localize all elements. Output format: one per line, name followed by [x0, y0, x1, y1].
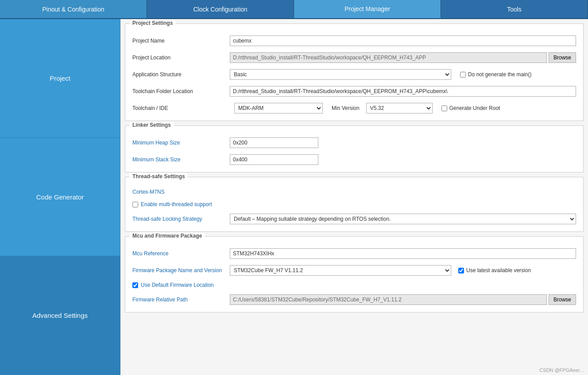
mcu-reference-input[interactable]: [230, 248, 576, 259]
firmware-path-row: Firmware Relative Path Browse: [132, 294, 576, 305]
firmware-path-label: Firmware Relative Path: [132, 297, 230, 303]
app-structure-select[interactable]: Basic: [230, 69, 451, 80]
enable-multithreaded-checkbox[interactable]: [132, 202, 138, 207]
mcu-reference-label: Mcu Reference: [132, 250, 230, 257]
do-not-generate-group: Do not generate the main(): [460, 71, 531, 78]
project-location-row: Project Location Browse: [132, 52, 576, 63]
main-layout: Project Code Generator Advanced Settings…: [0, 19, 588, 375]
use-latest-label: Use latest available version: [466, 267, 531, 273]
min-stack-row: Minimum Stack Size: [132, 154, 576, 165]
thread-safe-section: Thread-safe Settings Cortex-M7NS Enable …: [125, 177, 584, 232]
linker-settings-title: Linker Settings: [130, 122, 174, 128]
min-heap-row: Minimum Heap Size: [132, 137, 576, 148]
generate-under-root-checkbox[interactable]: [441, 105, 447, 111]
mcu-firmware-title: Mcu and Firmware Package: [130, 233, 205, 239]
locking-strategy-label: Thread-safe Locking Strategy: [132, 216, 230, 222]
toolchain-folder-row: Toolchain Folder Location: [132, 86, 576, 97]
toolchain-folder-input[interactable]: [230, 86, 576, 97]
mcu-firmware-section: Mcu and Firmware Package Mcu Reference F…: [125, 236, 584, 312]
project-settings-title: Project Settings: [130, 20, 175, 26]
firmware-path-browse-button[interactable]: Browse: [549, 294, 576, 305]
thread-safe-title: Thread-safe Settings: [130, 173, 188, 180]
firmware-package-row: Firmware Package Name and Version STM32C…: [132, 265, 576, 276]
project-name-label: Project Name: [132, 38, 230, 44]
sidebar-item-project[interactable]: Project: [0, 19, 120, 138]
do-not-generate-label: Do not generate the main(): [468, 71, 531, 78]
project-location-label: Project Location: [132, 55, 230, 61]
tab-tools[interactable]: Tools: [441, 0, 588, 18]
min-version-label: Min Version: [332, 105, 360, 111]
toolchain-folder-label: Toolchain Folder Location: [132, 88, 230, 94]
min-stack-label: Minimum Stack Size: [132, 156, 230, 163]
project-settings-section: Project Settings Project Name Project Lo…: [125, 23, 584, 121]
toolchain-ide-row: Toolchain / IDE MDK-ARM Min Version V5.3…: [132, 103, 576, 113]
enable-multithreaded-row: Enable multi-threaded support: [132, 201, 576, 207]
locking-strategy-row: Thread-safe Locking Strategy Default – M…: [132, 214, 576, 224]
min-version-select[interactable]: V5.32: [366, 103, 433, 113]
use-default-firmware-row: Use Default Firmware Location: [132, 282, 576, 288]
toolchain-ide-select[interactable]: MDK-ARM: [234, 103, 323, 113]
min-heap-label: Minimum Heap Size: [132, 140, 230, 146]
project-location-input[interactable]: [230, 52, 547, 63]
enable-multithreaded-label: Enable multi-threaded support: [141, 201, 212, 207]
use-latest-checkbox[interactable]: [458, 268, 464, 273]
cortex-label: Cortex-M7NS: [132, 189, 576, 195]
sidebar: Project Code Generator Advanced Settings: [0, 19, 120, 375]
generate-under-root-group: Generate Under Root: [441, 105, 500, 111]
generate-under-root-label: Generate Under Root: [449, 105, 500, 111]
use-default-firmware-label: Use Default Firmware Location: [141, 282, 214, 288]
project-name-input[interactable]: [230, 35, 576, 46]
mcu-reference-row: Mcu Reference: [132, 248, 576, 259]
sidebar-item-advanced-settings[interactable]: Advanced Settings: [0, 256, 120, 375]
tab-project-manager[interactable]: Project Manager: [294, 0, 441, 18]
project-name-row: Project Name: [132, 35, 576, 46]
do-not-generate-checkbox[interactable]: [460, 72, 466, 78]
use-default-firmware-checkbox[interactable]: [132, 282, 138, 288]
content-area: Project Settings Project Name Project Lo…: [120, 19, 588, 375]
app-structure-label: Application Structure: [132, 71, 230, 78]
toolchain-ide-label: Toolchain / IDE: [132, 105, 230, 111]
project-location-browse-button[interactable]: Browse: [549, 52, 576, 63]
firmware-package-label: Firmware Package Name and Version: [132, 267, 230, 273]
tab-bar: Pinout & Configuration Clock Configurati…: [0, 0, 588, 19]
tab-pinout[interactable]: Pinout & Configuration: [0, 0, 147, 18]
watermark: CSDN @FPGAeer...: [539, 367, 584, 373]
min-heap-input[interactable]: [230, 137, 318, 148]
app-structure-row: Application Structure Basic Do not gener…: [132, 69, 576, 80]
sidebar-item-code-generator[interactable]: Code Generator: [0, 138, 120, 257]
firmware-package-select[interactable]: STM32Cube FW_H7 V1.11.2: [230, 265, 451, 276]
use-latest-group: Use latest available version: [458, 267, 531, 273]
tab-clock[interactable]: Clock Configuration: [147, 0, 294, 18]
locking-strategy-select[interactable]: Default – Mapping suitable strategy depe…: [230, 214, 576, 224]
firmware-path-input[interactable]: [230, 294, 547, 305]
min-stack-input[interactable]: [230, 154, 318, 165]
linker-settings-section: Linker Settings Minimum Heap Size Minimu…: [125, 125, 584, 172]
